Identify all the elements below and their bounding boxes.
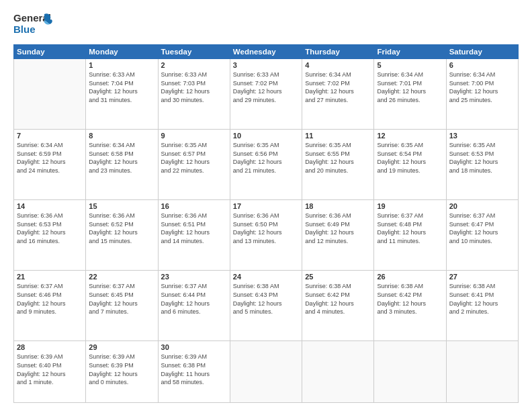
calendar-cell: 25Sunrise: 6:38 AM Sunset: 6:42 PM Dayli… <box>302 271 374 341</box>
day-number: 20 <box>449 202 515 210</box>
day-number: 12 <box>377 132 443 140</box>
day-number: 28 <box>17 343 83 351</box>
day-number: 4 <box>305 61 371 69</box>
calendar-cell: 4Sunrise: 6:34 AM Sunset: 7:02 PM Daylig… <box>302 59 374 130</box>
day-number: 29 <box>89 343 154 351</box>
calendar-header-sunday: Sunday <box>14 45 86 59</box>
day-number: 16 <box>161 202 227 210</box>
calendar-header-thursday: Thursday <box>302 45 374 59</box>
calendar-table: SundayMondayTuesdayWednesdayThursdayFrid… <box>13 44 519 403</box>
day-info: Sunrise: 6:39 AM Sunset: 6:38 PM Dayligh… <box>161 353 227 386</box>
calendar-week-3: 14Sunrise: 6:36 AM Sunset: 6:53 PM Dayli… <box>14 200 519 271</box>
calendar-cell: 19Sunrise: 6:37 AM Sunset: 6:48 PM Dayli… <box>374 200 446 271</box>
day-number: 27 <box>449 273 515 281</box>
calendar-cell: 30Sunrise: 6:39 AM Sunset: 6:38 PM Dayli… <box>158 341 230 403</box>
day-info: Sunrise: 6:36 AM Sunset: 6:52 PM Dayligh… <box>89 212 154 245</box>
logo: GeneralBlue <box>13 11 54 38</box>
day-info: Sunrise: 6:33 AM Sunset: 7:03 PM Dayligh… <box>161 71 227 104</box>
calendar-cell <box>302 341 374 403</box>
calendar-cell: 22Sunrise: 6:37 AM Sunset: 6:45 PM Dayli… <box>86 271 158 341</box>
calendar-cell: 16Sunrise: 6:36 AM Sunset: 6:51 PM Dayli… <box>158 200 230 271</box>
day-info: Sunrise: 6:38 AM Sunset: 6:41 PM Dayligh… <box>449 282 515 316</box>
general-blue-logo: GeneralBlue <box>13 11 54 38</box>
day-info: Sunrise: 6:37 AM Sunset: 6:47 PM Dayligh… <box>449 212 515 245</box>
day-number: 5 <box>377 61 443 69</box>
day-info: Sunrise: 6:34 AM Sunset: 6:58 PM Dayligh… <box>89 141 154 175</box>
calendar-cell: 27Sunrise: 6:38 AM Sunset: 6:41 PM Dayli… <box>446 271 518 341</box>
day-info: Sunrise: 6:37 AM Sunset: 6:48 PM Dayligh… <box>377 212 443 245</box>
day-info: Sunrise: 6:37 AM Sunset: 6:45 PM Dayligh… <box>89 282 154 316</box>
calendar-cell: 3Sunrise: 6:33 AM Sunset: 7:02 PM Daylig… <box>230 59 302 130</box>
day-info: Sunrise: 6:39 AM Sunset: 6:40 PM Dayligh… <box>17 353 83 386</box>
day-info: Sunrise: 6:34 AM Sunset: 7:00 PM Dayligh… <box>449 71 515 104</box>
day-number: 22 <box>89 273 154 281</box>
day-number: 11 <box>305 132 371 140</box>
day-info: Sunrise: 6:33 AM Sunset: 7:04 PM Dayligh… <box>89 71 154 104</box>
day-info: Sunrise: 6:34 AM Sunset: 7:01 PM Dayligh… <box>377 71 443 104</box>
day-number: 3 <box>233 61 299 69</box>
day-number: 23 <box>161 273 227 281</box>
day-number: 25 <box>305 273 371 281</box>
day-number: 8 <box>89 132 154 140</box>
calendar-header-row: SundayMondayTuesdayWednesdayThursdayFrid… <box>14 45 519 59</box>
day-info: Sunrise: 6:35 AM Sunset: 6:56 PM Dayligh… <box>233 141 299 175</box>
day-number: 18 <box>305 202 371 210</box>
calendar-header-monday: Monday <box>86 45 158 59</box>
day-info: Sunrise: 6:39 AM Sunset: 6:39 PM Dayligh… <box>89 353 154 386</box>
day-number: 17 <box>233 202 299 210</box>
calendar-cell: 21Sunrise: 6:37 AM Sunset: 6:46 PM Dayli… <box>14 271 86 341</box>
day-number: 6 <box>449 61 515 69</box>
day-info: Sunrise: 6:36 AM Sunset: 6:51 PM Dayligh… <box>161 212 227 245</box>
header: GeneralBlue <box>13 11 519 38</box>
day-info: Sunrise: 6:38 AM Sunset: 6:43 PM Dayligh… <box>233 282 299 316</box>
day-number: 9 <box>161 132 227 140</box>
day-info: Sunrise: 6:37 AM Sunset: 6:46 PM Dayligh… <box>17 282 83 316</box>
day-info: Sunrise: 6:36 AM Sunset: 6:53 PM Dayligh… <box>17 212 83 245</box>
calendar-cell: 14Sunrise: 6:36 AM Sunset: 6:53 PM Dayli… <box>14 200 86 271</box>
day-number: 21 <box>17 273 83 281</box>
calendar-cell: 7Sunrise: 6:34 AM Sunset: 6:59 PM Daylig… <box>14 130 86 200</box>
svg-text:Blue: Blue <box>13 24 36 35</box>
calendar-cell: 20Sunrise: 6:37 AM Sunset: 6:47 PM Dayli… <box>446 200 518 271</box>
day-number: 14 <box>17 202 83 210</box>
day-info: Sunrise: 6:34 AM Sunset: 7:02 PM Dayligh… <box>305 71 371 104</box>
day-info: Sunrise: 6:35 AM Sunset: 6:57 PM Dayligh… <box>161 141 227 175</box>
day-info: Sunrise: 6:38 AM Sunset: 6:42 PM Dayligh… <box>377 282 443 316</box>
calendar-cell: 18Sunrise: 6:36 AM Sunset: 6:49 PM Dayli… <box>302 200 374 271</box>
calendar-cell: 9Sunrise: 6:35 AM Sunset: 6:57 PM Daylig… <box>158 130 230 200</box>
day-number: 7 <box>17 132 83 140</box>
calendar-cell: 13Sunrise: 6:35 AM Sunset: 6:53 PM Dayli… <box>446 130 518 200</box>
day-number: 1 <box>89 61 154 69</box>
calendar-cell: 28Sunrise: 6:39 AM Sunset: 6:40 PM Dayli… <box>14 341 86 403</box>
calendar-week-4: 21Sunrise: 6:37 AM Sunset: 6:46 PM Dayli… <box>14 271 519 341</box>
calendar-header-wednesday: Wednesday <box>230 45 302 59</box>
day-info: Sunrise: 6:34 AM Sunset: 6:59 PM Dayligh… <box>17 141 83 175</box>
day-info: Sunrise: 6:35 AM Sunset: 6:53 PM Dayligh… <box>449 141 515 175</box>
calendar-cell: 23Sunrise: 6:37 AM Sunset: 6:44 PM Dayli… <box>158 271 230 341</box>
calendar-cell: 1Sunrise: 6:33 AM Sunset: 7:04 PM Daylig… <box>86 59 158 130</box>
calendar-cell: 26Sunrise: 6:38 AM Sunset: 6:42 PM Dayli… <box>374 271 446 341</box>
day-info: Sunrise: 6:35 AM Sunset: 6:55 PM Dayligh… <box>305 141 371 175</box>
day-info: Sunrise: 6:35 AM Sunset: 6:54 PM Dayligh… <box>377 141 443 175</box>
calendar-week-1: 1Sunrise: 6:33 AM Sunset: 7:04 PM Daylig… <box>14 59 519 130</box>
calendar-cell: 5Sunrise: 6:34 AM Sunset: 7:01 PM Daylig… <box>374 59 446 130</box>
calendar-cell: 15Sunrise: 6:36 AM Sunset: 6:52 PM Dayli… <box>86 200 158 271</box>
day-number: 13 <box>449 132 515 140</box>
calendar-week-5: 28Sunrise: 6:39 AM Sunset: 6:40 PM Dayli… <box>14 341 519 403</box>
calendar-cell: 10Sunrise: 6:35 AM Sunset: 6:56 PM Dayli… <box>230 130 302 200</box>
calendar-cell: 12Sunrise: 6:35 AM Sunset: 6:54 PM Dayli… <box>374 130 446 200</box>
calendar-cell <box>374 341 446 403</box>
page: GeneralBlue SundayMondayTuesdayWednesday… <box>0 0 532 411</box>
calendar-cell: 2Sunrise: 6:33 AM Sunset: 7:03 PM Daylig… <box>158 59 230 130</box>
calendar-header-saturday: Saturday <box>446 45 518 59</box>
day-info: Sunrise: 6:33 AM Sunset: 7:02 PM Dayligh… <box>233 71 299 104</box>
calendar-cell <box>14 59 86 130</box>
calendar-cell: 29Sunrise: 6:39 AM Sunset: 6:39 PM Dayli… <box>86 341 158 403</box>
calendar-cell: 8Sunrise: 6:34 AM Sunset: 6:58 PM Daylig… <box>86 130 158 200</box>
calendar-cell: 24Sunrise: 6:38 AM Sunset: 6:43 PM Dayli… <box>230 271 302 341</box>
calendar-cell: 11Sunrise: 6:35 AM Sunset: 6:55 PM Dayli… <box>302 130 374 200</box>
day-info: Sunrise: 6:38 AM Sunset: 6:42 PM Dayligh… <box>305 282 371 316</box>
calendar-cell <box>446 341 518 403</box>
day-number: 2 <box>161 61 227 69</box>
day-number: 30 <box>161 343 227 351</box>
